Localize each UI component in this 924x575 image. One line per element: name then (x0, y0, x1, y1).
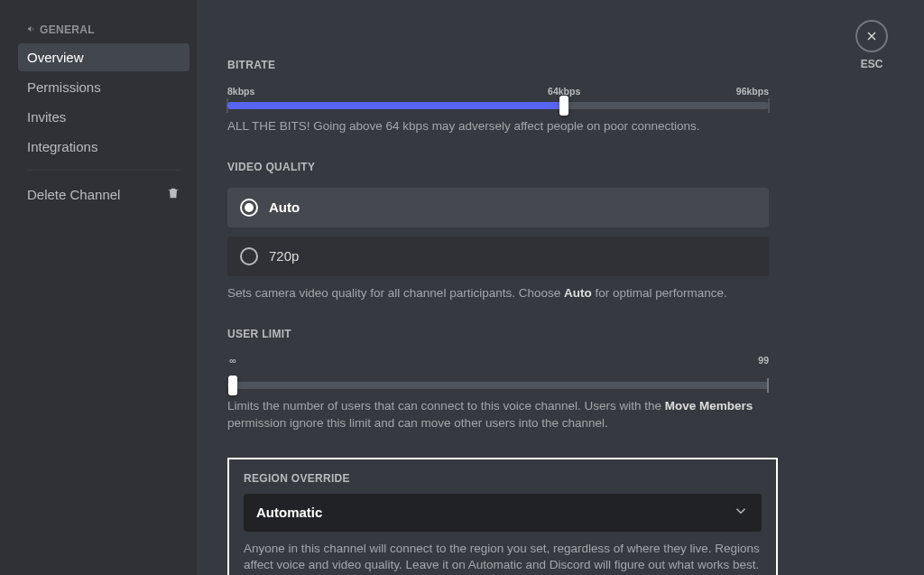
region-select-value: Automatic (256, 505, 322, 520)
trash-icon (166, 186, 180, 203)
user-limit-section: USER LIMIT ∞ 99 Limits the number of use… (227, 328, 769, 432)
chevron-down-icon (733, 503, 749, 523)
delete-channel-button[interactable]: Delete Channel (18, 180, 189, 209)
radio-icon (240, 247, 258, 265)
region-override-section: REGION OVERRIDE Automatic Anyone in this… (227, 458, 778, 575)
sidebar-item-label: Integrations (27, 139, 97, 154)
user-limit-max-label: 99 (758, 355, 769, 366)
bitrate-section: BITRATE 8kbps 64kbps 96kbps ALL THE BITS… (227, 59, 769, 135)
radio-icon (240, 199, 258, 217)
close-button[interactable]: ESC (855, 20, 888, 70)
sidebar-item-overview[interactable]: Overview (18, 43, 189, 71)
region-title: REGION OVERRIDE (244, 472, 762, 485)
video-quality-auto[interactable]: Auto (227, 188, 769, 227)
sidebar-header: GENERAL (18, 18, 189, 42)
bitrate-title: BITRATE (227, 59, 769, 71)
video-quality-720p[interactable]: 720p (227, 236, 769, 276)
bitrate-max-label: 96kbps (736, 86, 769, 97)
region-select[interactable]: Automatic (244, 494, 762, 532)
user-limit-help: Limits the number of users that can conn… (227, 398, 769, 432)
video-quality-help: Sets camera video quality for all channe… (227, 285, 769, 302)
bitrate-track (227, 102, 769, 109)
user-limit-min-label: ∞ (229, 355, 236, 366)
close-icon (855, 20, 888, 52)
close-label: ESC (861, 58, 883, 70)
sidebar-item-label: Permissions (27, 79, 101, 95)
user-limit-slider[interactable] (227, 382, 769, 389)
user-limit-thumb[interactable] (228, 376, 237, 395)
sidebar-item-invites[interactable]: Invites (18, 103, 189, 131)
sidebar-item-label: Overview (27, 50, 84, 65)
sidebar-header-label: GENERAL (40, 23, 95, 36)
video-quality-section: VIDEO QUALITY Auto 720p Sets camera vide… (227, 161, 769, 302)
user-limit-title: USER LIMIT (227, 328, 769, 340)
bitrate-slider[interactable]: 8kbps 64kbps 96kbps (227, 86, 769, 109)
sidebar-separator (27, 170, 180, 171)
bitrate-help: ALL THE BITS! Going above 64 kbps may ad… (227, 118, 769, 135)
bitrate-fill (227, 102, 564, 109)
settings-content: ESC BITRATE 8kbps 64kbps 96kbps ALL THE … (197, 0, 924, 575)
region-help: Anyone in this channel will connect to t… (244, 541, 762, 575)
volume-icon (27, 23, 36, 36)
bitrate-thumb[interactable] (559, 96, 568, 116)
sidebar-item-integrations[interactable]: Integrations (18, 133, 189, 161)
sidebar-item-permissions[interactable]: Permissions (18, 73, 189, 101)
bitrate-min-label: 8kbps (227, 86, 254, 97)
video-quality-title: VIDEO QUALITY (227, 161, 769, 173)
settings-sidebar: GENERAL Overview Permissions Invites Int… (0, 0, 197, 575)
sidebar-item-label: Invites (27, 109, 66, 125)
video-quality-720p-label: 720p (269, 248, 299, 264)
video-quality-auto-label: Auto (269, 199, 300, 215)
delete-channel-label: Delete Channel (27, 187, 120, 202)
